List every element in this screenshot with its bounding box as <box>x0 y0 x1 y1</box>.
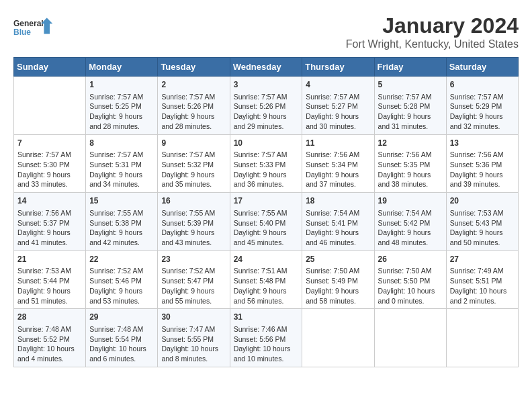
month-title: January 2024 <box>346 13 519 38</box>
day-number: 5 <box>378 79 443 91</box>
day-number: 25 <box>306 254 370 265</box>
calendar-week-5: 28Sunrise: 7:48 AMSunset: 5:52 PMDayligh… <box>14 309 519 367</box>
calendar-week-2: 7Sunrise: 7:57 AMSunset: 5:30 PMDaylight… <box>14 134 519 193</box>
calendar-cell: 15Sunrise: 7:55 AMSunset: 5:38 PMDayligh… <box>86 193 158 251</box>
calendar-cell <box>374 309 446 367</box>
day-number: 7 <box>17 138 82 149</box>
day-number: 20 <box>450 195 515 207</box>
calendar-cell: 23Sunrise: 7:52 AMSunset: 5:47 PMDayligh… <box>158 250 230 309</box>
calendar-cell: 14Sunrise: 7:56 AMSunset: 5:37 PMDayligh… <box>14 193 86 251</box>
day-number: 10 <box>234 138 299 149</box>
day-number: 28 <box>17 312 82 323</box>
day-number: 14 <box>17 195 82 207</box>
day-number: 11 <box>306 138 370 149</box>
day-number: 16 <box>161 195 226 207</box>
calendar-cell: 5Sunrise: 7:57 AMSunset: 5:28 PMDaylight… <box>374 77 446 135</box>
calendar-cell <box>446 309 518 367</box>
calendar-cell: 25Sunrise: 7:50 AMSunset: 5:49 PMDayligh… <box>302 250 374 309</box>
calendar-week-3: 14Sunrise: 7:56 AMSunset: 5:37 PMDayligh… <box>14 193 519 251</box>
day-number: 19 <box>378 195 443 207</box>
day-number: 3 <box>234 79 299 91</box>
calendar-cell: 24Sunrise: 7:51 AMSunset: 5:48 PMDayligh… <box>230 250 302 309</box>
calendar-cell: 11Sunrise: 7:56 AMSunset: 5:34 PMDayligh… <box>302 134 374 193</box>
svg-text:General: General <box>13 19 44 28</box>
calendar-cell: 21Sunrise: 7:53 AMSunset: 5:44 PMDayligh… <box>14 250 86 309</box>
logo-svg: General Blue <box>13 13 54 43</box>
calendar-week-1: 1Sunrise: 7:57 AMSunset: 5:25 PMDaylight… <box>14 77 519 135</box>
day-header-friday: Friday <box>374 58 446 77</box>
day-number: 18 <box>306 195 370 207</box>
calendar-table: SundayMondayTuesdayWednesdayThursdayFrid… <box>13 57 519 367</box>
calendar-cell: 16Sunrise: 7:55 AMSunset: 5:39 PMDayligh… <box>158 193 230 251</box>
calendar-cell: 10Sunrise: 7:57 AMSunset: 5:33 PMDayligh… <box>230 134 302 193</box>
day-number: 26 <box>378 254 443 265</box>
calendar-cell <box>302 309 374 367</box>
day-header-thursday: Thursday <box>302 58 374 77</box>
calendar-cell: 30Sunrise: 7:47 AMSunset: 5:55 PMDayligh… <box>158 309 230 367</box>
day-number: 4 <box>306 79 370 91</box>
calendar-cell: 29Sunrise: 7:48 AMSunset: 5:54 PMDayligh… <box>86 309 158 367</box>
calendar-cell: 1Sunrise: 7:57 AMSunset: 5:25 PMDaylight… <box>86 77 158 135</box>
logo: General Blue <box>13 13 54 43</box>
day-number: 8 <box>89 138 154 149</box>
calendar-cell: 12Sunrise: 7:56 AMSunset: 5:35 PMDayligh… <box>374 134 446 193</box>
calendar-week-4: 21Sunrise: 7:53 AMSunset: 5:44 PMDayligh… <box>14 250 519 309</box>
day-number: 17 <box>234 195 299 207</box>
calendar-cell: 3Sunrise: 7:57 AMSunset: 5:26 PMDaylight… <box>230 77 302 135</box>
calendar-cell: 27Sunrise: 7:49 AMSunset: 5:51 PMDayligh… <box>446 250 518 309</box>
day-header-tuesday: Tuesday <box>158 58 230 77</box>
day-number: 27 <box>450 254 515 265</box>
day-number: 9 <box>161 138 226 149</box>
day-header-monday: Monday <box>86 58 158 77</box>
calendar-cell: 22Sunrise: 7:52 AMSunset: 5:46 PMDayligh… <box>86 250 158 309</box>
calendar-cell: 20Sunrise: 7:53 AMSunset: 5:43 PMDayligh… <box>446 193 518 251</box>
day-number: 21 <box>17 254 82 265</box>
svg-text:Blue: Blue <box>13 28 31 37</box>
calendar-cell: 17Sunrise: 7:55 AMSunset: 5:40 PMDayligh… <box>230 193 302 251</box>
calendar-cell: 7Sunrise: 7:57 AMSunset: 5:30 PMDaylight… <box>14 134 86 193</box>
day-number: 13 <box>450 138 515 149</box>
day-number: 6 <box>450 79 515 91</box>
calendar-cell: 19Sunrise: 7:54 AMSunset: 5:42 PMDayligh… <box>374 193 446 251</box>
day-number: 23 <box>161 254 226 265</box>
day-number: 24 <box>234 254 299 265</box>
day-number: 1 <box>89 79 154 91</box>
calendar-cell: 4Sunrise: 7:57 AMSunset: 5:27 PMDaylight… <box>302 77 374 135</box>
calendar-cell: 9Sunrise: 7:57 AMSunset: 5:32 PMDaylight… <box>158 134 230 193</box>
day-header-sunday: Sunday <box>14 58 86 77</box>
calendar-cell: 18Sunrise: 7:54 AMSunset: 5:41 PMDayligh… <box>302 193 374 251</box>
location-title: Fort Wright, Kentucky, United States <box>346 38 519 50</box>
day-number: 31 <box>234 312 299 323</box>
day-number: 22 <box>89 254 154 265</box>
day-header-saturday: Saturday <box>446 58 518 77</box>
calendar-cell: 2Sunrise: 7:57 AMSunset: 5:26 PMDaylight… <box>158 77 230 135</box>
day-number: 12 <box>378 138 443 149</box>
calendar-cell: 31Sunrise: 7:46 AMSunset: 5:56 PMDayligh… <box>230 309 302 367</box>
calendar-cell: 26Sunrise: 7:50 AMSunset: 5:50 PMDayligh… <box>374 250 446 309</box>
calendar-cell <box>14 77 86 135</box>
day-number: 15 <box>89 195 154 207</box>
day-number: 2 <box>161 79 226 91</box>
calendar-cell: 6Sunrise: 7:57 AMSunset: 5:29 PMDaylight… <box>446 77 518 135</box>
calendar-header-row: SundayMondayTuesdayWednesdayThursdayFrid… <box>14 58 519 77</box>
calendar-cell: 13Sunrise: 7:56 AMSunset: 5:36 PMDayligh… <box>446 134 518 193</box>
day-header-wednesday: Wednesday <box>230 58 302 77</box>
title-area: January 2024 Fort Wright, Kentucky, Unit… <box>346 13 519 50</box>
page-header: General Blue January 2024 Fort Wright, K… <box>13 13 519 50</box>
calendar-cell: 8Sunrise: 7:57 AMSunset: 5:31 PMDaylight… <box>86 134 158 193</box>
day-number: 30 <box>161 312 226 323</box>
day-number: 29 <box>89 312 154 323</box>
calendar-cell: 28Sunrise: 7:48 AMSunset: 5:52 PMDayligh… <box>14 309 86 367</box>
